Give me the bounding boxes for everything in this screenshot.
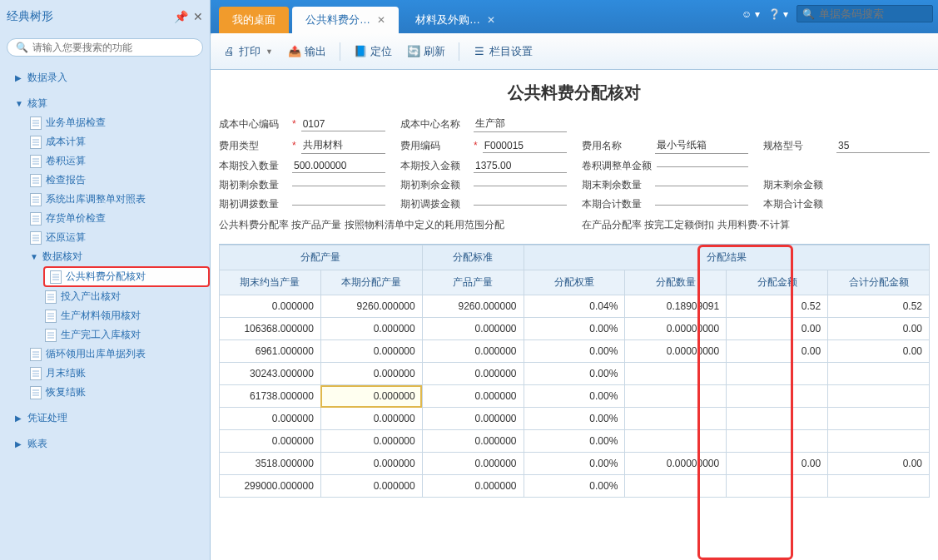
cell-total_alloc_amt[interactable]: 0.52 (828, 295, 930, 318)
cell-end_eq_yield[interactable]: 30243.000000 (220, 363, 321, 385)
cell-period_alloc_yield[interactable]: 0.000000 (320, 318, 422, 340)
cell-end_eq_yield[interactable]: 106368.000000 (220, 318, 321, 340)
print-button[interactable]: 🖨打印▼ (217, 42, 278, 62)
tree-input-output[interactable]: 投入产出核对 (43, 287, 210, 306)
cell-period_alloc_yield[interactable]: 0.000000 (320, 363, 422, 385)
spec-value[interactable]: 35 (836, 139, 930, 153)
cell-alloc_amt[interactable] (727, 475, 828, 498)
cell-end_eq_yield[interactable]: 3518.000000 (220, 453, 321, 475)
fee-code-value[interactable]: F000015 (483, 139, 567, 153)
cell-total_alloc_amt[interactable] (828, 385, 930, 408)
tab-materials[interactable]: 材料及外购…✕ (402, 7, 509, 33)
tree-month-end[interactable]: 月末结账 (28, 364, 210, 383)
refresh-button[interactable]: 🔄刷新 (402, 42, 450, 62)
cell-alloc_amt[interactable]: 0.00 (727, 318, 828, 340)
th-alloc-amt[interactable]: 分配金额 (727, 270, 828, 295)
barcode-search[interactable]: 🔍 (797, 5, 933, 22)
period-in-amt-value[interactable]: 1375.00 (474, 159, 567, 173)
cell-end_eq_yield[interactable]: 299000.000000 (220, 475, 321, 498)
th-end-eq-yield[interactable]: 期末约当产量 (220, 270, 321, 295)
tree-check-report[interactable]: 检查报告 (28, 171, 210, 190)
cell-alloc_amt[interactable]: 0.52 (727, 295, 828, 318)
barcode-search-input[interactable] (819, 7, 927, 20)
tree-data-entry[interactable]: ▶数据录入 (13, 68, 210, 87)
th-total-alloc-amt[interactable]: 合计分配金额 (828, 270, 930, 295)
cell-alloc_amt[interactable] (727, 363, 828, 385)
cell-alloc_weight[interactable]: 0.00% (524, 318, 625, 340)
cell-alloc_weight[interactable]: 0.00% (524, 408, 625, 430)
table-row[interactable]: 61738.0000000.0000000.0000000.00% (220, 385, 930, 408)
cell-alloc_qty[interactable]: 0.00000000 (625, 453, 727, 475)
cell-alloc_qty[interactable] (625, 385, 727, 408)
tree-volume-calc[interactable]: 卷积运算 (28, 151, 210, 171)
cell-alloc_qty[interactable] (625, 475, 727, 498)
cell-total_alloc_amt[interactable] (828, 430, 930, 453)
tree-data-verify[interactable]: ▼数据核对 (28, 247, 210, 266)
cell-end_eq_yield[interactable]: 0.000000 (220, 295, 321, 318)
table-row[interactable]: 299000.0000000.0000000.0000000.00% (220, 475, 930, 498)
tree-accounting[interactable]: ▼核算 (13, 94, 210, 113)
tree-prod-complete-in[interactable]: 生产完工入库核对 (43, 325, 210, 344)
cell-product_yield[interactable]: 0.000000 (422, 318, 524, 340)
cell-alloc_amt[interactable] (727, 385, 828, 408)
cell-end_eq_yield[interactable]: 6961.000000 (220, 340, 321, 363)
cell-period_alloc_yield[interactable]: 9260.000000 (320, 295, 422, 318)
table-row[interactable]: 6961.0000000.0000000.0000000.00%0.000000… (220, 340, 930, 363)
columns-button[interactable]: ☰栏目设置 (468, 42, 538, 62)
cell-alloc_amt[interactable]: 0.00 (727, 340, 828, 363)
cell-period_alloc_yield[interactable]: 0.000000 (320, 453, 422, 475)
tree-restore-calc[interactable]: 还原运算 (28, 228, 210, 247)
tab-close-icon[interactable]: ✕ (377, 14, 385, 26)
cell-alloc_qty[interactable]: 0.00000000 (625, 340, 727, 363)
cell-total_alloc_amt[interactable]: 0.00 (828, 318, 930, 340)
cell-alloc_weight[interactable]: 0.00% (524, 453, 625, 475)
locate-button[interactable]: 📘定位 (349, 42, 397, 62)
tree-inv-price-check[interactable]: 存货单价检查 (28, 209, 210, 228)
cell-alloc_qty[interactable] (625, 363, 727, 385)
tree-sys-out-adj[interactable]: 系统出库调整单对照表 (28, 190, 210, 209)
cell-product_yield[interactable]: 0.000000 (422, 363, 524, 385)
cost-center-name-value[interactable]: 生产部 (474, 116, 567, 132)
close-icon[interactable]: ✕ (193, 10, 203, 23)
cell-end_eq_yield[interactable]: 0.000000 (220, 430, 321, 453)
fee-type-value[interactable]: 共用材料 (301, 137, 385, 154)
cell-alloc_weight[interactable]: 0.00% (524, 363, 625, 385)
th-alloc-qty[interactable]: 分配数量 (625, 270, 727, 295)
table-row[interactable]: 30243.0000000.0000000.0000000.00% (220, 363, 930, 385)
tree-voucher[interactable]: ▶凭证处理 (13, 409, 210, 428)
cell-end_eq_yield[interactable]: 61738.000000 (220, 385, 321, 408)
cell-product_yield[interactable]: 9260.000000 (422, 295, 524, 318)
th-product-yield[interactable]: 产品产量 (422, 270, 524, 295)
cell-period_alloc_yield[interactable]: 0.000000 (320, 340, 422, 363)
tree-public-material[interactable]: 公共料费分配核对 (43, 266, 210, 287)
pin-icon[interactable]: 📌 (174, 10, 188, 23)
tree-biz-doc-check[interactable]: 业务单据检查 (28, 113, 210, 132)
cell-total_alloc_amt[interactable] (828, 408, 930, 430)
cell-period_alloc_yield[interactable]: 0.000000 (320, 430, 422, 453)
tab-close-icon[interactable]: ✕ (487, 14, 495, 26)
cell-alloc_amt[interactable]: 0.00 (727, 453, 828, 475)
tree-restore-close[interactable]: 恢复结账 (28, 383, 210, 402)
tree-cycle-use-out[interactable]: 循环领用出库单据列表 (28, 344, 210, 364)
cell-period_alloc_yield[interactable]: 0.000000 (320, 385, 422, 408)
cell-product_yield[interactable]: 0.000000 (422, 385, 524, 408)
tab-desktop[interactable]: 我的桌面 (219, 7, 289, 33)
export-button[interactable]: 📤输出 (283, 42, 331, 62)
period-in-qty-value[interactable]: 500.000000 (292, 159, 385, 173)
table-row[interactable]: 0.0000000.0000000.0000000.00% (220, 430, 930, 453)
fee-name-value[interactable]: 最小号纸箱 (655, 137, 748, 154)
table-row[interactable]: 3518.0000000.0000000.0000000.00%0.000000… (220, 453, 930, 475)
cell-alloc_qty[interactable] (625, 408, 727, 430)
cell-product_yield[interactable]: 0.000000 (422, 453, 524, 475)
cell-alloc_amt[interactable] (727, 430, 828, 453)
smiley-icon[interactable]: ☺ ▾ (742, 8, 760, 20)
cell-alloc_weight[interactable]: 0.00% (524, 340, 625, 363)
table-row[interactable]: 0.0000000.0000000.0000000.00% (220, 408, 930, 430)
help-icon[interactable]: ❔ ▾ (768, 8, 788, 20)
cell-alloc_weight[interactable]: 0.04% (524, 295, 625, 318)
cell-product_yield[interactable]: 0.000000 (422, 408, 524, 430)
cell-period_alloc_yield[interactable]: 0.000000 (320, 475, 422, 498)
cell-total_alloc_amt[interactable] (828, 363, 930, 385)
table-row[interactable]: 106368.0000000.0000000.0000000.00%0.0000… (220, 318, 930, 340)
tree-cost-calc[interactable]: 成本计算 (28, 132, 210, 151)
